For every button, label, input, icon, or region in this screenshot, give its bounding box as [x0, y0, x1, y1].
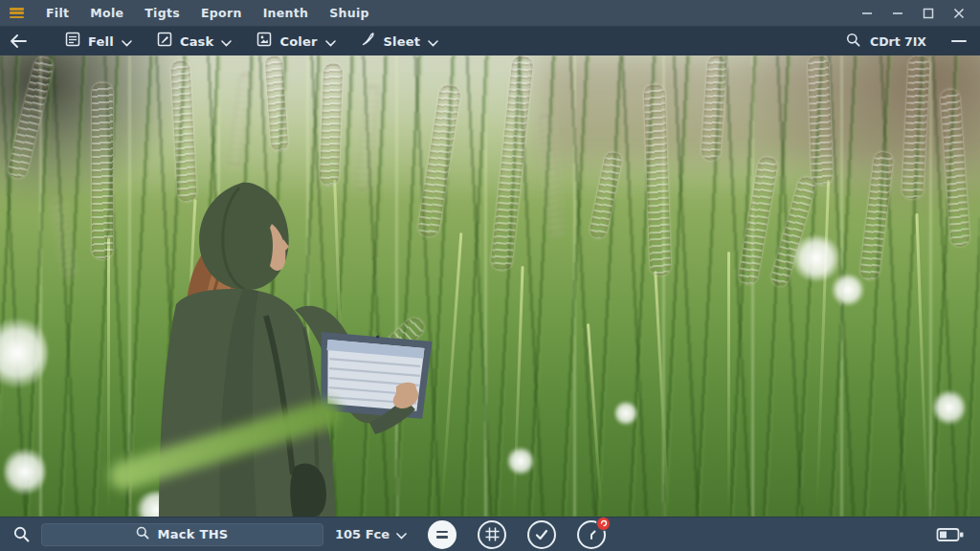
menu-item-mole[interactable]: Mole: [79, 6, 134, 20]
minimize-icon[interactable]: [886, 4, 909, 23]
dropdown-fell[interactable]: Fell: [65, 32, 132, 51]
toolbar-right: CDrt 7IX: [846, 33, 980, 51]
search-input[interactable]: Mack THS: [41, 523, 323, 546]
menu-item-shuip[interactable]: Shuip: [319, 6, 380, 20]
chevron-down-icon: [428, 33, 438, 51]
search-icon[interactable]: [13, 526, 30, 542]
chevron-down-icon: [325, 33, 336, 51]
search-icon: [136, 525, 149, 543]
grass-stalk: [727, 252, 730, 517]
chevron-down-icon: [396, 525, 407, 543]
edit-square-icon: [157, 32, 172, 51]
grass-seed-head: [808, 55, 834, 185]
menu-circle-icon[interactable]: [428, 520, 457, 549]
statusbar-actions: [428, 520, 606, 549]
search-icon[interactable]: [846, 33, 860, 51]
form-icon: [65, 32, 80, 51]
flower: [4, 446, 46, 497]
dropdown-label: Sleet: [384, 34, 421, 49]
window-controls: [856, 4, 980, 23]
hamburger-icon[interactable]: [10, 8, 24, 18]
zoom-level-label[interactable]: CDrt 7IX: [870, 34, 926, 49]
flower: [507, 446, 534, 476]
flower: [614, 400, 637, 427]
dash-icon[interactable]: [951, 40, 967, 42]
chevron-down-icon: [122, 33, 132, 51]
flower: [933, 388, 966, 427]
menu-item-filt[interactable]: Filt: [35, 6, 79, 20]
scale-label: 105 Fce: [335, 527, 390, 541]
check-circle-icon[interactable]: [527, 520, 556, 549]
menu-item-eporn[interactable]: Eporn: [190, 6, 253, 20]
maximize-icon[interactable]: [917, 4, 940, 23]
photo-canvas[interactable]: [0, 55, 980, 517]
close-icon[interactable]: [947, 4, 970, 23]
app-window: Filt Mole Tigts Eporn Inenth Shuip: [0, 0, 980, 551]
battery-icon: [936, 526, 965, 543]
dropdown-sleet[interactable]: Sleet: [361, 32, 439, 51]
titlebar: Filt Mole Tigts Eporn Inenth Shuip: [0, 0, 980, 27]
chevron-down-icon: [221, 33, 232, 51]
search-value: Mack THS: [157, 527, 228, 541]
flower: [831, 274, 865, 306]
toolbar: Fell Cask Coler: [0, 27, 980, 55]
back-icon[interactable]: [10, 34, 27, 48]
grass-seed-head: [92, 82, 113, 259]
pen-icon: [361, 32, 376, 51]
menu-bar: Filt Mole Tigts Eporn Inenth Shuip: [35, 6, 380, 20]
menu-item-tigts[interactable]: Tigts: [134, 6, 190, 20]
image-square-icon: [256, 32, 272, 51]
menu-item-inenth[interactable]: Inenth: [253, 6, 320, 20]
dropdown-coler[interactable]: Coler: [256, 32, 335, 51]
clock-circle-icon[interactable]: [577, 520, 606, 549]
statusbar: Mack THS 105 Fce: [0, 517, 980, 551]
dropdown-label: Cask: [180, 34, 214, 49]
minimize-icon[interactable]: [856, 4, 879, 23]
scale-dropdown[interactable]: 105 Fce: [335, 525, 407, 543]
dropdown-cask[interactable]: Cask: [157, 32, 233, 51]
dropdown-label: Coler: [279, 34, 317, 49]
dropdown-label: Fell: [88, 34, 114, 49]
globe-grid-icon[interactable]: [478, 520, 506, 549]
flower: [791, 235, 842, 281]
notification-badge: [596, 517, 611, 531]
